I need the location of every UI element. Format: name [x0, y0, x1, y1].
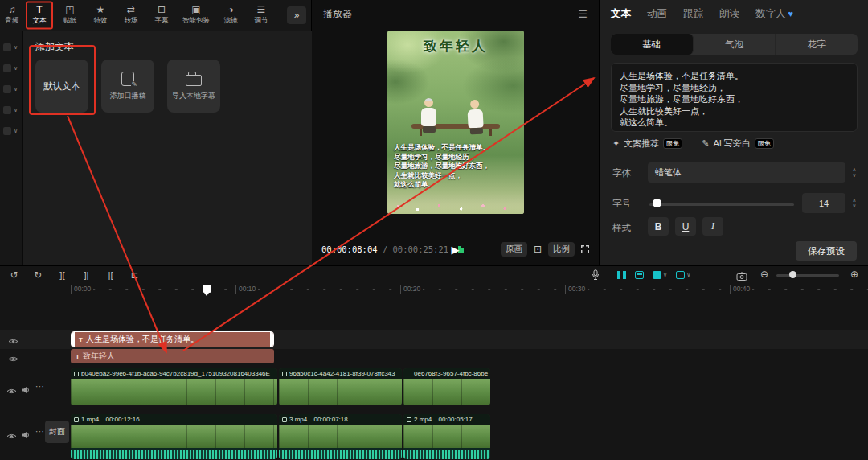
script-document-icon [121, 72, 134, 86]
text-content-editor[interactable]: 人生是场体验，不是任务清单。 尽量地学习，尽量地经历， 尽量地旅游，尽量地吃好东… [611, 63, 858, 132]
free-badge: 限免 [755, 138, 774, 149]
toolbar-item-adjust[interactable]: ☰ 调节 [246, 0, 276, 31]
snap-icon [635, 271, 644, 279]
clip-type-icon [74, 417, 79, 422]
style-buttons: B U I [648, 217, 723, 236]
redo-icon[interactable]: ↻ [32, 269, 44, 281]
video-clip[interactable]: 96a50c1c-4a42-4181-8f39-078ffc343 [279, 368, 402, 405]
snapshot-icon[interactable] [736, 270, 747, 285]
toolbar-item-audio[interactable]: ♫ 音频 [0, 0, 24, 31]
tab-digital-human[interactable]: 数字人♥ [755, 7, 793, 21]
default-text-card[interactable]: 默认文本 [35, 60, 88, 113]
toolbar-expand-button[interactable]: » [287, 6, 306, 24]
split-icon[interactable]: ][ [56, 269, 68, 281]
italic-button[interactable]: I [702, 217, 723, 236]
video-clip[interactable]: 0e6768f3-9657-4fbc-86be [403, 368, 490, 405]
video-caption-overlay[interactable]: 人生是场体验，不是任务清单。 尽量地学习，尽量地经历， 尽量地旅游，尽量地吃好东… [394, 143, 489, 190]
ruler-label: 00:40 [730, 285, 752, 294]
focus-frame-icon[interactable]: ⊡ [534, 244, 542, 255]
video-title-overlay[interactable]: 致年轻人 [387, 37, 524, 55]
preview-axis-toggle[interactable]: ∨ [676, 271, 690, 279]
category-icon [3, 106, 11, 114]
toolbar-item-effects[interactable]: ★ 特效 [85, 0, 116, 31]
font-family-dropdown[interactable]: 蜡笔体 [648, 162, 845, 183]
underline-button[interactable]: U [675, 217, 696, 236]
timeline-zoom-out-icon[interactable]: ⊖ [760, 269, 768, 280]
video-clip[interactable]: 1.mp4 00:00:12:16 [71, 414, 277, 459]
toolbar-item-sticker[interactable]: ◳ 贴纸 [55, 0, 85, 31]
delete-right-icon[interactable]: |[ [104, 269, 117, 281]
inspector-subtab-bar: 基础 气泡 花字 [611, 34, 858, 55]
text-clip[interactable]: T 致年轻人 [71, 349, 274, 363]
audio-waveform [279, 448, 402, 459]
video-track-2: 1.mp4 00:00:12:16 3.mp4 00:00:07:18 2.mp… [0, 414, 868, 459]
chevron-down-icon: ∨ [14, 65, 18, 72]
figure-shirt [468, 109, 484, 129]
figure-legs [469, 128, 482, 135]
timeline-zoom-knob[interactable] [789, 271, 796, 278]
font-size-slider-knob[interactable] [653, 199, 661, 207]
category-item-collapsed[interactable]: ∨ [0, 37, 22, 58]
undo-icon[interactable]: ↺ [8, 269, 20, 281]
time-ruler[interactable]: 00:00 00:10 00:20 00:30 00:40 [69, 284, 868, 295]
font-size-stepper[interactable]: ∧ ∨ [850, 193, 859, 213]
category-item-collapsed[interactable]: ∨ [0, 121, 22, 142]
toolbar-item-transition[interactable]: ⇄ 转场 [116, 0, 146, 31]
font-stepper[interactable]: ∧ ∨ [850, 162, 859, 183]
category-item-collapsed[interactable]: ∨ [0, 100, 22, 121]
filter-icon: ◑ [227, 5, 233, 14]
text-clip-selected[interactable]: T 人生是场体验，不是任务清单。 [71, 331, 274, 347]
text-icon: T [36, 5, 42, 14]
video-clip[interactable]: 3.mp4 00:00:07:18 [279, 414, 402, 459]
video-clip[interactable]: b040eba2-99e6-4f1b-aca6-94c7b2c819d_1751… [71, 368, 277, 405]
player-menu-icon[interactable]: ☰ [578, 8, 588, 20]
crop-icon[interactable]: ⊏ [129, 269, 141, 281]
copy-recommend-button[interactable]: ✦ 文案推荐 限免 [612, 138, 682, 150]
tab-text[interactable]: 文本 [611, 7, 631, 21]
timeline-zoom-slider[interactable] [776, 274, 839, 277]
add-voiceover-script-card[interactable]: 添加口播稿 [101, 60, 154, 113]
font-size-slider[interactable] [649, 203, 794, 206]
video-preview[interactable]: 致年轻人 人生是场体验，不是任务清单。 尽量地学习，尽量地经历， 尽量地旅游，尽… [387, 31, 524, 214]
category-item-collapsed[interactable]: ∨ [0, 79, 22, 100]
save-preset-button[interactable]: 保存预设 [796, 241, 857, 261]
font-size-value[interactable]: 14 [802, 193, 845, 213]
category-item-collapsed[interactable]: ∨ [0, 58, 22, 79]
record-voiceover-icon[interactable] [592, 269, 600, 284]
current-time: 00:00:08:04 [321, 244, 378, 254]
main-track-magnet-toggle[interactable] [617, 271, 626, 279]
import-local-subtitles-card[interactable]: 导入本地字幕 [167, 60, 220, 113]
original-quality-button[interactable]: 原画 [501, 242, 527, 257]
video-track-1: b040eba2-99e6-4f1b-aca6-94c7b2c819d_1751… [0, 368, 868, 405]
track-visibility-toggle[interactable] [8, 351, 18, 366]
delete-left-icon[interactable]: ]| [80, 269, 92, 281]
play-button[interactable]: ▶ [452, 244, 460, 256]
subtab-bubble[interactable]: 气泡 [694, 34, 776, 55]
toolbar-item-text[interactable]: T 文本 [24, 0, 55, 31]
toolbar-item-filter[interactable]: ◑ 滤镜 [215, 0, 246, 31]
video-clip[interactable]: 2.mp4 00:00:05:17 [403, 414, 490, 459]
category-icon [3, 127, 11, 135]
auto-snap-toggle[interactable] [635, 271, 644, 279]
player-title: 播放器 [323, 7, 352, 21]
fullscreen-icon[interactable] [581, 245, 589, 253]
toolbar-item-smart-package[interactable]: ▣ 智能包装 [177, 0, 215, 31]
toolbar-item-captions[interactable]: ⊟ 字幕 [146, 0, 177, 31]
clip-header: 1.mp4 00:00:12:16 [71, 414, 277, 425]
timeline-zoom-in-icon[interactable]: ⊕ [850, 269, 858, 280]
media-type-toolbar: ♫ 音频 T 文本 ◳ 贴纸 ★ 特效 ⇄ 转场 ⊟ 字幕 ▣ 智能包装 ◑ 滤 [0, 0, 312, 31]
linkage-toggle[interactable]: ∨ [653, 271, 667, 279]
subtab-basic[interactable]: 基础 [611, 34, 694, 55]
subtab-fancy-text[interactable]: 花字 [776, 34, 858, 55]
tab-tracking[interactable]: 跟踪 [683, 7, 703, 21]
ai-narration-button[interactable]: ✎ AI 写旁白 限免 [702, 138, 774, 150]
clip-thumbnails [279, 425, 402, 448]
stepper-down-icon: ∨ [853, 203, 857, 208]
ratio-button[interactable]: 比例 [548, 242, 575, 257]
tab-animation[interactable]: 动画 [647, 7, 667, 21]
tab-read-aloud[interactable]: 朗读 [719, 7, 739, 21]
track-visibility-toggle[interactable] [8, 334, 18, 348]
player-controls: 00:00:08:04 / 00:00:25:21 ▶ 原画 ⊡ 比例 [312, 238, 599, 261]
playhead-handle[interactable] [203, 285, 211, 293]
bold-button[interactable]: B [648, 217, 669, 236]
